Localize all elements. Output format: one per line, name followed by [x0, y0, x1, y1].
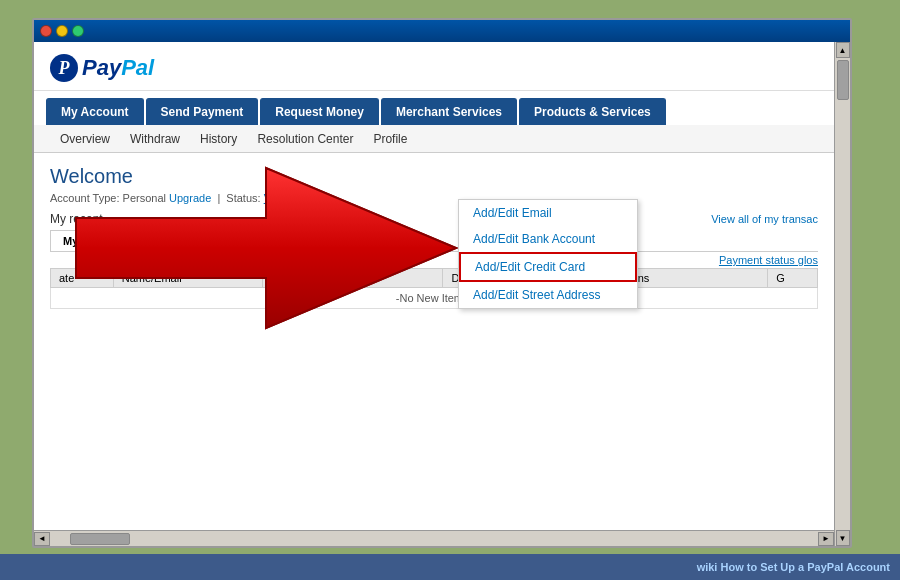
paypal-p-icon: P [50, 54, 78, 82]
bottom-bar: wiki How to Set Up a PayPal Account [0, 554, 900, 580]
transactions-label: My recent [50, 212, 103, 226]
subnav-resolution-center[interactable]: Resolution Center [247, 127, 363, 151]
dropdown-add-edit-bank[interactable]: Add/Edit Bank Account [459, 226, 637, 252]
payment-status-container: Payment status glos [50, 254, 818, 266]
ts-sent-label: ts sent [151, 231, 199, 251]
upgrade-link[interactable]: Upgrade [169, 192, 211, 204]
pay-text: Pay [82, 55, 121, 80]
paypal-wordmark: PayPal [82, 55, 154, 81]
table-row: -No New Items- [51, 288, 818, 309]
tab-send-payment[interactable]: Send Payment [146, 98, 259, 125]
tab-merchant-services[interactable]: Merchant Services [381, 98, 517, 125]
account-type-value: Personal [123, 192, 166, 204]
col-g: G [768, 269, 818, 288]
tab-request-money[interactable]: Request Money [260, 98, 379, 125]
maximize-button[interactable] [72, 25, 84, 37]
no-items-cell: -No New Items- [51, 288, 818, 309]
account-type-label: Account Type: [50, 192, 120, 204]
close-button[interactable] [40, 25, 52, 37]
transactions-section: My recent View all of my transac My re 3… [50, 212, 818, 309]
scroll-right-arrow[interactable]: ► [818, 532, 834, 546]
minimize-button[interactable] [56, 25, 68, 37]
scroll-left-arrow[interactable]: ◄ [34, 532, 50, 546]
trans-tab-recent[interactable]: My re [50, 230, 105, 251]
main-nav: My Account Send Payment Request Money Me… [34, 91, 834, 125]
page-content: Welcome Account Type: Personal Upgrade |… [34, 153, 834, 321]
trans-amount: 315 [107, 230, 151, 251]
sub-nav: Overview Withdraw History Resolution Cen… [34, 125, 834, 153]
window-controls [40, 25, 84, 37]
dropdown-add-edit-street[interactable]: Add/Edit Street Address [459, 282, 637, 308]
paypal-logo: P PayPal [50, 54, 818, 82]
subnav-overview[interactable]: Overview [50, 127, 120, 151]
bottom-bar-text: wiki How to Set Up a PayPal Account [697, 561, 890, 573]
account-info: Account Type: Personal Upgrade | Status:… [50, 192, 818, 204]
verified-link[interactable]: Verified [264, 192, 301, 204]
col-name: Name/Email [113, 269, 262, 288]
subnav-history[interactable]: History [190, 127, 247, 151]
transactions-header: My recent View all of my transac [50, 212, 818, 226]
transactions-table: ate Name/Email Payment status Details Or… [50, 268, 818, 309]
col-date: ate [51, 269, 114, 288]
scroll-down-arrow[interactable]: ▼ [836, 530, 850, 546]
wiki-label: wiki [697, 561, 718, 573]
welcome-title: Welcome [50, 165, 818, 188]
paypal-header: P PayPal [34, 42, 834, 91]
tab-my-account[interactable]: My Account [46, 98, 144, 125]
view-all-link[interactable]: View all of my transac [711, 213, 818, 225]
scroll-thumb[interactable] [837, 60, 849, 100]
pal-text: Pal [121, 55, 154, 80]
dropdown-add-edit-email[interactable]: Add/Edit Email [459, 200, 637, 226]
browser-window: ▲ ▼ ◄ ► P PayPal My Account Send Payment… [32, 18, 852, 548]
title-bar [34, 20, 850, 42]
table-header-row: ate Name/Email Payment status Details Or… [51, 269, 818, 288]
scroll-h-thumb[interactable] [70, 533, 130, 545]
status-label: Status: [226, 192, 260, 204]
vertical-scrollbar[interactable]: ▲ ▼ [834, 42, 850, 546]
profile-dropdown: Add/Edit Email Add/Edit Bank Account Add… [458, 199, 638, 309]
scroll-up-arrow[interactable]: ▲ [836, 42, 850, 58]
dropdown-add-edit-credit-card[interactable]: Add/Edit Credit Card [459, 252, 637, 282]
subnav-profile[interactable]: Profile [363, 127, 417, 151]
transactions-tabs: My re 315 ts sent [50, 230, 818, 252]
subnav-withdraw[interactable]: Withdraw [120, 127, 190, 151]
how-to-title: How to Set Up a PayPal Account [720, 561, 890, 573]
tab-products-services[interactable]: Products & Services [519, 98, 666, 125]
horizontal-scrollbar[interactable]: ◄ ► [34, 530, 834, 546]
payment-status-link[interactable]: Payment status glos [50, 254, 818, 266]
col-status: Payment status [263, 269, 443, 288]
content-area: P PayPal My Account Send Payment Request… [34, 42, 834, 530]
